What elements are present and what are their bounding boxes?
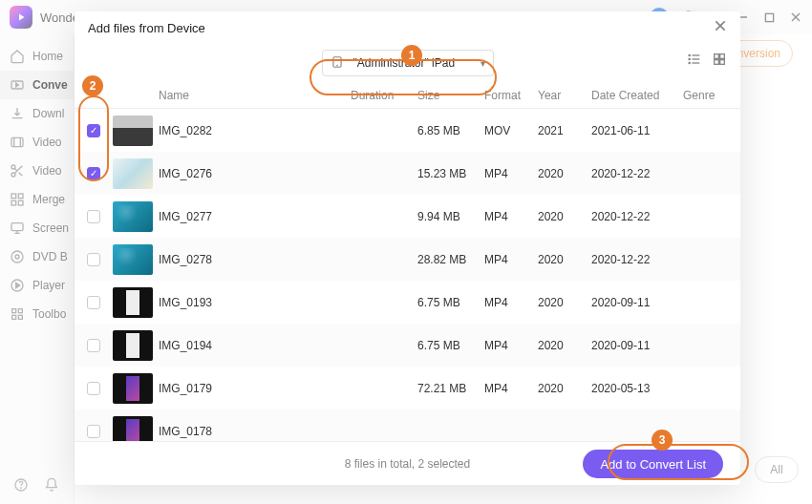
file-name: IMG_0194 bbox=[159, 339, 351, 352]
file-year: 2020 bbox=[538, 210, 591, 223]
file-thumbnail bbox=[113, 116, 153, 146]
close-icon[interactable] bbox=[714, 19, 727, 36]
row-checkbox[interactable] bbox=[87, 382, 100, 395]
file-format: MP4 bbox=[484, 296, 538, 309]
file-date: 2021-06-11 bbox=[591, 124, 683, 137]
file-year: 2020 bbox=[538, 167, 591, 180]
file-format: MP4 bbox=[484, 210, 538, 223]
svg-point-33 bbox=[689, 54, 690, 55]
file-size: 72.21 MB bbox=[417, 382, 484, 395]
file-thumbnail bbox=[113, 373, 153, 404]
file-name: IMG_0278 bbox=[159, 253, 351, 266]
file-format: MP4 bbox=[484, 382, 538, 395]
file-thumbnail bbox=[113, 330, 153, 361]
row-checkbox[interactable] bbox=[87, 296, 100, 309]
table-row[interactable]: IMG_01936.75 MBMP420202020-09-11 bbox=[75, 281, 740, 324]
file-format: MP4 bbox=[484, 167, 538, 180]
file-size: 6.85 MB bbox=[417, 124, 484, 137]
file-year: 2020 bbox=[538, 382, 591, 395]
row-checkbox[interactable] bbox=[87, 253, 100, 266]
row-checkbox[interactable] bbox=[87, 210, 100, 223]
step-ring-2 bbox=[78, 95, 109, 181]
file-name: IMG_0179 bbox=[159, 382, 351, 395]
table-body: ✓IMG_02826.85 MBMOV20212021-06-11✓IMG_02… bbox=[75, 109, 740, 441]
file-size: 9.94 MB bbox=[417, 210, 484, 223]
file-date: 2020-05-13 bbox=[591, 382, 683, 395]
col-year[interactable]: Year bbox=[538, 89, 591, 102]
file-format: MOV bbox=[484, 124, 538, 137]
row-checkbox[interactable] bbox=[87, 339, 100, 352]
grid-view-icon[interactable] bbox=[712, 52, 727, 71]
col-format[interactable]: Format bbox=[484, 89, 538, 102]
file-thumbnail bbox=[113, 244, 153, 275]
file-format: MP4 bbox=[484, 253, 538, 266]
svg-point-35 bbox=[689, 62, 690, 63]
step-badge-3: 3 bbox=[652, 430, 673, 451]
svg-rect-36 bbox=[715, 54, 719, 59]
file-size: 6.75 MB bbox=[417, 339, 484, 352]
step-badge-1: 1 bbox=[401, 45, 422, 66]
table-row[interactable]: IMG_027828.82 MBMP420202020-12-22 bbox=[75, 238, 740, 281]
svg-rect-38 bbox=[715, 60, 719, 65]
table-row[interactable]: IMG_02779.94 MBMP420202020-12-22 bbox=[75, 195, 740, 238]
file-thumbnail bbox=[113, 158, 153, 189]
file-name: IMG_0178 bbox=[159, 425, 351, 438]
file-thumbnail bbox=[113, 287, 153, 318]
dialog-title: Add files from Device bbox=[88, 21, 205, 35]
footer-status: 8 files in total, 2 selected bbox=[345, 457, 470, 471]
file-date: 2020-12-22 bbox=[591, 210, 683, 223]
table-row[interactable]: IMG_01946.75 MBMP420202020-09-11 bbox=[75, 324, 740, 367]
list-view-icon[interactable] bbox=[687, 52, 702, 71]
file-format: MP4 bbox=[484, 339, 538, 352]
file-thumbnail bbox=[113, 416, 153, 442]
svg-rect-39 bbox=[720, 60, 725, 65]
file-name: IMG_0277 bbox=[159, 210, 351, 223]
table-row[interactable]: ✓IMG_02826.85 MBMOV20212021-06-11 bbox=[75, 109, 740, 152]
file-year: 2020 bbox=[538, 253, 591, 266]
file-year: 2020 bbox=[538, 339, 591, 352]
table-row[interactable]: IMG_0178 bbox=[75, 410, 740, 441]
step-ring-1 bbox=[310, 59, 497, 95]
file-name: IMG_0193 bbox=[159, 296, 351, 309]
file-size: 28.82 MB bbox=[417, 253, 484, 266]
file-date: 2020-12-22 bbox=[591, 167, 683, 180]
file-size: 6.75 MB bbox=[417, 296, 484, 309]
file-name: IMG_0282 bbox=[159, 124, 351, 137]
file-year: 2021 bbox=[538, 124, 591, 137]
col-genre[interactable]: Genre bbox=[683, 89, 740, 102]
file-date: 2020-09-11 bbox=[591, 296, 683, 309]
file-size: 15.23 MB bbox=[417, 167, 484, 180]
svg-rect-37 bbox=[720, 54, 725, 59]
svg-point-34 bbox=[689, 58, 690, 59]
file-year: 2020 bbox=[538, 296, 591, 309]
step-ring-3 bbox=[608, 444, 749, 480]
file-date: 2020-12-22 bbox=[591, 253, 683, 266]
step-badge-2: 2 bbox=[82, 75, 103, 96]
table-row[interactable]: ✓IMG_027615.23 MBMP420202020-12-22 bbox=[75, 152, 740, 195]
file-date: 2020-09-11 bbox=[591, 339, 683, 352]
table-row[interactable]: IMG_017972.21 MBMP420202020-05-13 bbox=[75, 367, 740, 410]
col-date[interactable]: Date Created bbox=[591, 89, 683, 102]
file-thumbnail bbox=[113, 201, 153, 232]
file-name: IMG_0276 bbox=[159, 167, 351, 180]
row-checkbox[interactable] bbox=[87, 425, 100, 438]
